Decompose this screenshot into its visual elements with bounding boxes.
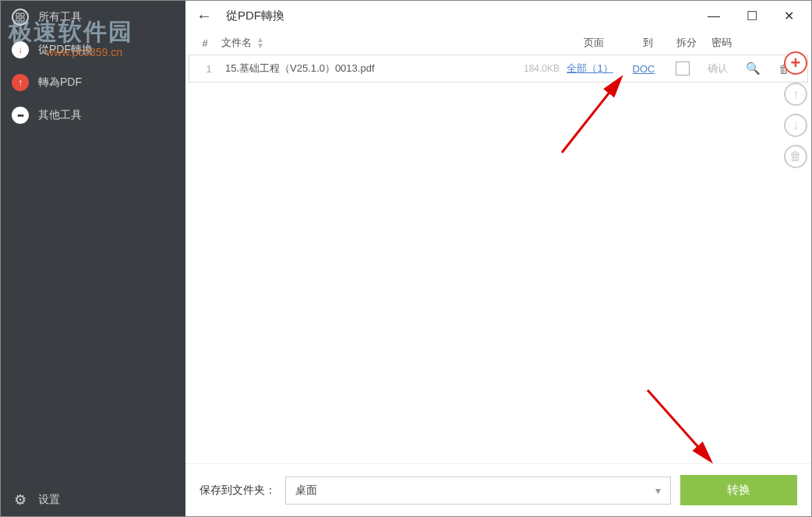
sidebar-item-settings[interactable]: ⚙ 设置 [1, 484, 185, 516]
page-selector[interactable]: 全部（1） [567, 62, 613, 74]
gear-icon: ⚙ [12, 491, 29, 508]
add-file-button[interactable]: + [784, 51, 807, 75]
side-actions: + ↑ ↓ 🗑 [784, 51, 807, 168]
titlebar: ← 從PDF轉換 — ☐ ✕ [185, 1, 811, 31]
convert-button[interactable]: 转换 [680, 475, 797, 505]
table-header: # 文件名 ▲▼ 页面 到 拆分 密码 [185, 31, 811, 55]
svg-rect-3 [21, 18, 24, 21]
dots-icon: ••• [12, 107, 29, 124]
sidebar-item-label: 设置 [38, 493, 60, 507]
arrow-down-icon: ↓ [12, 41, 29, 58]
back-button[interactable]: ← [196, 7, 212, 25]
svg-rect-2 [16, 18, 19, 21]
header-split: 拆分 [671, 36, 702, 50]
search-icon[interactable]: 🔍 [746, 62, 761, 75]
main-panel: ← 從PDF轉換 — ☐ ✕ # 文件名 ▲▼ 页面 到 拆分 密码 1 15.… [185, 1, 811, 516]
sidebar-item-all-tools[interactable]: 所有工具 [1, 1, 185, 33]
sidebar-item-from-pdf[interactable]: ↓ 從PDF轉換 [1, 33, 185, 66]
move-down-button[interactable]: ↓ [784, 114, 807, 137]
move-up-button[interactable]: ↑ [784, 83, 807, 106]
format-selector[interactable]: DOC [633, 63, 655, 75]
chevron-down-icon: ▾ [655, 484, 661, 497]
page-title: 從PDF轉換 [226, 9, 284, 23]
sidebar-item-label: 轉為PDF [38, 76, 82, 90]
row-filesize: 184.0KB [505, 63, 560, 74]
minimize-button[interactable]: — [701, 8, 726, 25]
grid-icon [12, 9, 29, 26]
header-filename[interactable]: 文件名 ▲▼ [217, 36, 509, 50]
folder-dropdown[interactable]: 桌面 ▾ [285, 477, 671, 505]
table-row[interactable]: 1 15.基础工程（V25.1.0）0013.pdf 184.0KB 全部（1）… [189, 55, 808, 83]
sidebar-item-label: 從PDF轉換 [38, 43, 93, 57]
sidebar-item-to-pdf[interactable]: ↑ 轉為PDF [1, 66, 185, 99]
header-page: 页面 [563, 36, 624, 50]
sidebar-item-other-tools[interactable]: ••• 其他工具 [1, 99, 185, 132]
sidebar-item-label: 所有工具 [38, 10, 82, 24]
table-body [185, 83, 811, 463]
split-checkbox[interactable] [676, 62, 690, 76]
header-to: 到 [624, 36, 671, 50]
sidebar: 所有工具 ↓ 從PDF轉換 ↑ 轉為PDF ••• 其他工具 ⚙ 设置 [1, 1, 185, 516]
row-filename: 15.基础工程（V25.1.0）0013.pdf [221, 62, 505, 76]
sidebar-item-label: 其他工具 [38, 108, 82, 122]
arrow-up-icon: ↑ [12, 74, 29, 91]
svg-rect-0 [16, 13, 19, 16]
sort-icon: ▲▼ [256, 37, 264, 49]
row-num: 1 [197, 63, 221, 75]
save-folder-label: 保存到文件夹： [199, 484, 276, 498]
password-button[interactable]: 确认 [708, 62, 728, 74]
delete-all-button[interactable]: 🗑 [784, 145, 807, 168]
header-num: # [193, 37, 217, 49]
header-password: 密码 [702, 36, 741, 50]
close-button[interactable]: ✕ [778, 7, 800, 25]
bottom-bar: 保存到文件夹： 桌面 ▾ 转换 [185, 463, 811, 516]
svg-rect-1 [21, 13, 24, 16]
maximize-button[interactable]: ☐ [740, 7, 764, 25]
